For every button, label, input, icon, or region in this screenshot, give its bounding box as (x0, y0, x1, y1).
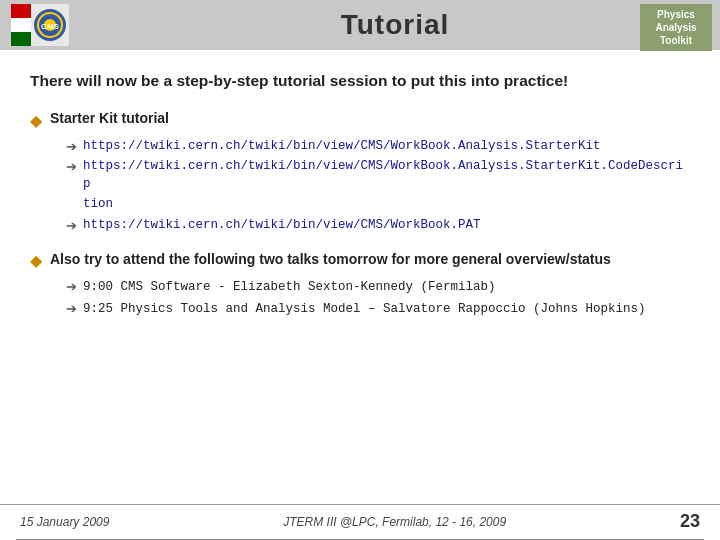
footer: 15 January 2009 JTERM III @LPC, Fermilab… (0, 504, 720, 532)
starter-kit-label: Starter Kit tutorial (50, 110, 169, 126)
svg-rect-1 (11, 4, 31, 18)
link-item-2b: ➔ tion (66, 196, 690, 214)
main-content: There will now be a step-by-step tutoria… (0, 50, 720, 345)
link-text-3[interactable]: https://twiki.cern.ch/twiki/bin/view/CMS… (83, 217, 481, 235)
toolkit-badge: Physics Analysis Toolkit (640, 4, 712, 51)
cms-logo-icon: CMS (11, 4, 69, 46)
link-item-2: ➔ https://twiki.cern.ch/twiki/bin/view/C… (66, 158, 690, 193)
link-text-2b[interactable]: tion (83, 196, 113, 214)
page-number: 23 (680, 511, 700, 532)
talk-item-2: ➔ 9:25 Physics Tools and Analysis Model … (66, 300, 690, 319)
starter-kit-links: ➔ https://twiki.cern.ch/twiki/bin/view/C… (66, 138, 690, 235)
footer-event: JTERM III @LPC, Fermilab, 12 - 16, 2009 (283, 515, 506, 529)
svg-rect-2 (11, 18, 31, 32)
section-talks: ◆ Also try to attend the following two t… (30, 250, 690, 319)
diamond-icon-2: ◆ (30, 251, 42, 270)
talk-item-1: ➔ 9:00 CMS Software - Elizabeth Sexton-K… (66, 278, 690, 297)
arrow-icon-t1: ➔ (66, 279, 77, 294)
svg-text:CMS: CMS (41, 22, 59, 31)
arrow-icon-3: ➔ (66, 218, 77, 233)
link-text-2[interactable]: https://twiki.cern.ch/twiki/bin/view/CMS… (83, 158, 690, 193)
bullet-talks: ◆ Also try to attend the following two t… (30, 250, 690, 270)
talks-list: ➔ 9:00 CMS Software - Elizabeth Sexton-K… (66, 278, 690, 319)
arrow-icon-2: ➔ (66, 159, 77, 174)
intro-paragraph: There will now be a step-by-step tutoria… (30, 70, 690, 92)
logo: CMS (10, 3, 70, 47)
link-item-1: ➔ https://twiki.cern.ch/twiki/bin/view/C… (66, 138, 690, 156)
footer-date: 15 January 2009 (20, 515, 109, 529)
link-text-1[interactable]: https://twiki.cern.ch/twiki/bin/view/CMS… (83, 138, 601, 156)
diamond-icon: ◆ (30, 111, 42, 130)
talk-text-1: 9:00 CMS Software - Elizabeth Sexton-Ken… (83, 278, 496, 297)
section-starter-kit: ◆ Starter Kit tutorial ➔ https://twiki.c… (30, 110, 690, 235)
svg-rect-3 (11, 32, 31, 46)
talk-text-2: 9:25 Physics Tools and Analysis Model – … (83, 300, 646, 319)
header: CMS Tutorial Physics Analysis Toolkit (0, 0, 720, 50)
arrow-icon-1: ➔ (66, 139, 77, 154)
link-item-3: ➔ https://twiki.cern.ch/twiki/bin/view/C… (66, 217, 690, 235)
talks-label: Also try to attend the following two tal… (50, 250, 611, 270)
arrow-icon-t2: ➔ (66, 301, 77, 316)
page-title: Tutorial (80, 9, 710, 41)
bullet-starter-kit: ◆ Starter Kit tutorial (30, 110, 690, 130)
